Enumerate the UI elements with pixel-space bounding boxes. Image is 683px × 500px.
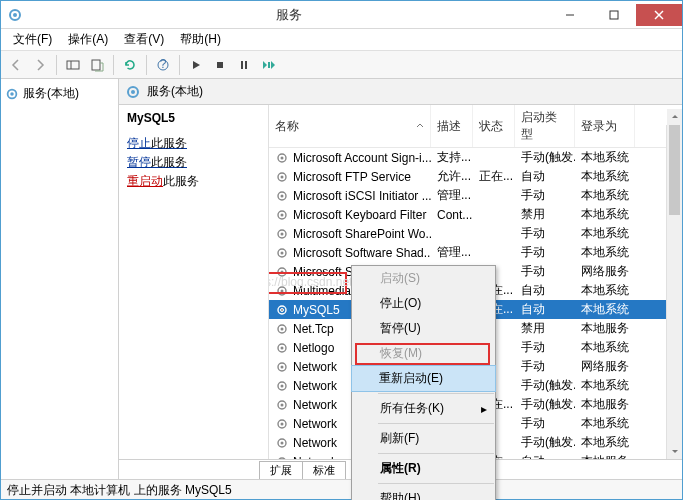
statusbar: 停止并启动 本地计算机 上的服务 MySQL5 [1,479,682,499]
service-logon-cell: 本地服务 [575,395,635,414]
tree-root-label: 服务(本地) [23,85,79,102]
service-name-cell: Network [293,436,337,450]
service-logon-cell: 本地系统 [575,148,635,167]
svg-point-44 [281,384,284,387]
pause-service-button[interactable] [233,54,255,76]
tab-standard[interactable]: 标准 [302,461,346,479]
context-menu-item[interactable]: 暂停(U) [352,316,495,341]
context-menu-item[interactable]: 帮助(H) [352,486,495,500]
context-menu-separator [378,393,494,394]
service-logon-cell: 本地系统 [575,224,635,243]
svg-point-34 [281,289,284,292]
context-menu-separator [378,453,494,454]
table-row[interactable]: Microsoft FTP Service允许...正在...自动本地系统 [269,167,682,186]
service-name-cell: Network [293,398,337,412]
service-name-cell: Network [293,379,337,393]
scroll-thumb[interactable] [669,125,680,215]
minimize-button[interactable] [548,4,592,26]
toolbar: ? [1,51,682,79]
context-menu-item[interactable]: 刷新(F) [352,426,495,451]
vertical-scrollbar[interactable] [666,125,682,459]
service-startup-cell: 自动 [515,300,575,319]
help-button[interactable]: ? [152,54,174,76]
context-menu-item[interactable]: 所有任务(K)▸ [352,396,495,421]
col-desc[interactable]: 描述 [431,105,473,147]
menu-help[interactable]: 帮助(H) [172,29,229,50]
services-icon [7,7,23,23]
svg-point-20 [281,156,284,159]
link-restart[interactable]: 重启动 [127,174,163,188]
service-startup-cell: 手动(触发... [515,433,575,452]
svg-point-16 [10,92,14,96]
service-startup-cell: 手动(触发... [515,376,575,395]
service-name-cell: Network [293,417,337,431]
window-title: 服务 [29,6,548,24]
svg-text:?: ? [160,58,167,71]
menu-action[interactable]: 操作(A) [60,29,116,50]
chevron-right-icon: ▸ [481,402,487,416]
service-logon-cell: 本地系统 [575,167,635,186]
link-stop[interactable]: 停止此服务 [127,135,260,152]
tree-root[interactable]: 服务(本地) [3,83,116,104]
forward-button[interactable] [29,54,51,76]
context-menu-item[interactable]: 属性(R) [352,456,495,481]
menu-view[interactable]: 查看(V) [116,29,172,50]
start-service-button[interactable] [185,54,207,76]
svg-point-51 [278,458,286,460]
col-startup[interactable]: 启动类型 [515,105,575,147]
detail-header-title: 服务(本地) [147,83,203,100]
svg-point-40 [281,346,284,349]
service-logon-cell: 本地系统 [575,433,635,452]
col-status[interactable]: 状态 [473,105,515,147]
service-startup-cell: 禁用 [515,319,575,338]
svg-point-32 [281,270,284,273]
table-row[interactable]: Microsoft Keyboard FilterCont...禁用本地系统 [269,205,682,224]
service-startup-cell: 手动(触发... [515,148,575,167]
service-startup-cell: 手动 [515,186,575,205]
scroll-up-button[interactable] [667,109,682,125]
service-name-cell: Microsoft FTP Service [293,170,411,184]
back-button[interactable] [5,54,27,76]
service-name-cell: Microsoft iSCSI Initiator ... [293,189,431,203]
svg-point-22 [281,175,284,178]
table-row[interactable]: Microsoft iSCSI Initiator ...管理...手动本地系统 [269,186,682,205]
service-startup-cell: 自动 [515,167,575,186]
service-desc-cell: 允许... [431,167,473,186]
service-startup-cell: 手动 [515,224,575,243]
tab-extended[interactable]: 扩展 [259,461,303,479]
service-status-cell [473,195,515,197]
service-status-cell [473,233,515,235]
service-desc-cell: Cont... [431,207,473,223]
refresh-button[interactable] [119,54,141,76]
service-desc-cell: 支持... [431,148,473,167]
service-startup-cell: 手动 [515,414,575,433]
restart-service-button[interactable] [257,54,279,76]
service-startup-cell: 手动 [515,243,575,262]
export-button[interactable] [86,54,108,76]
service-name-cell: Microsoft Software Shad... [293,246,431,260]
service-logon-cell: 本地系统 [575,300,635,319]
menu-file[interactable]: 文件(F) [5,29,60,50]
link-pause[interactable]: 暂停此服务 [127,154,260,171]
svg-rect-6 [67,61,79,69]
table-row[interactable]: Microsoft SharePoint Wo...手动本地系统 [269,224,682,243]
svg-point-46 [281,403,284,406]
col-name[interactable]: 名称 [269,105,431,147]
scroll-down-button[interactable] [667,443,682,459]
col-logon[interactable]: 登录为 [575,105,635,147]
svg-point-28 [281,232,284,235]
svg-point-48 [281,422,284,425]
service-name-cell: Network [293,455,337,460]
table-row[interactable]: Microsoft Account Sign-i...支持...手动(触发...… [269,148,682,167]
service-status-cell [473,157,515,159]
close-button[interactable] [636,4,682,26]
context-menu-item[interactable]: 停止(O) [352,291,495,316]
maximize-button[interactable] [592,4,636,26]
svg-rect-11 [217,62,223,68]
service-startup-cell: 手动 [515,338,575,357]
detail-header: 服务(本地) [119,79,682,105]
table-row[interactable]: Microsoft Software Shad...管理...手动本地系统 [269,243,682,262]
show-hide-tree-button[interactable] [62,54,84,76]
context-menu-item[interactable]: 重新启动(E) [351,365,496,392]
stop-service-button[interactable] [209,54,231,76]
